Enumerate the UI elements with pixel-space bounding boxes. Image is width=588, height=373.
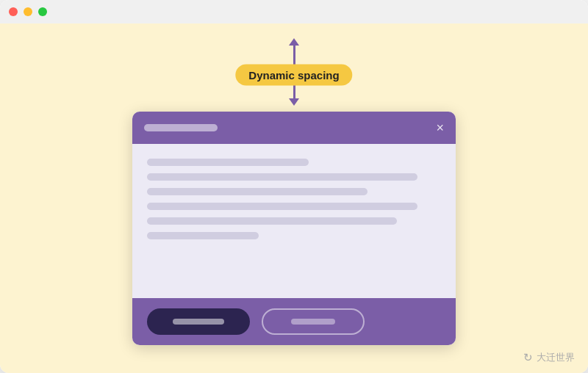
watermark-icon: ↻ — [523, 351, 533, 364]
modal-close-button[interactable]: × — [436, 121, 444, 134]
spacing-label: Dynamic spacing — [235, 65, 352, 86]
content-line — [147, 217, 397, 225]
secondary-button-label — [291, 319, 335, 325]
content-line — [147, 173, 417, 181]
traffic-light-green[interactable] — [38, 7, 47, 16]
modal-body — [132, 144, 456, 298]
modal-dialog: × — [132, 112, 456, 345]
modal-area: × — [132, 112, 456, 373]
arrow-up-icon — [289, 38, 299, 46]
watermark: ↻ 大迁世界 — [523, 351, 575, 364]
traffic-light-yellow[interactable] — [24, 7, 32, 16]
modal-header: × — [132, 112, 456, 144]
content-line — [147, 159, 309, 166]
watermark-text: 大迁世界 — [537, 351, 575, 364]
spacing-indicator: Dynamic spacing — [289, 38, 299, 112]
primary-button[interactable] — [147, 308, 250, 335]
modal-title-placeholder — [144, 124, 218, 131]
arrow-down-icon — [289, 98, 299, 106]
title-bar — [0, 0, 588, 23]
content-line — [147, 188, 368, 195]
modal-footer — [132, 298, 456, 345]
content-line — [147, 232, 259, 239]
secondary-button[interactable] — [262, 308, 365, 335]
traffic-light-red[interactable] — [9, 7, 18, 16]
main-content: Dynamic spacing × — [0, 23, 588, 373]
window-chrome: Dynamic spacing × — [0, 0, 588, 373]
primary-button-label — [173, 319, 224, 325]
content-line — [147, 203, 417, 210]
